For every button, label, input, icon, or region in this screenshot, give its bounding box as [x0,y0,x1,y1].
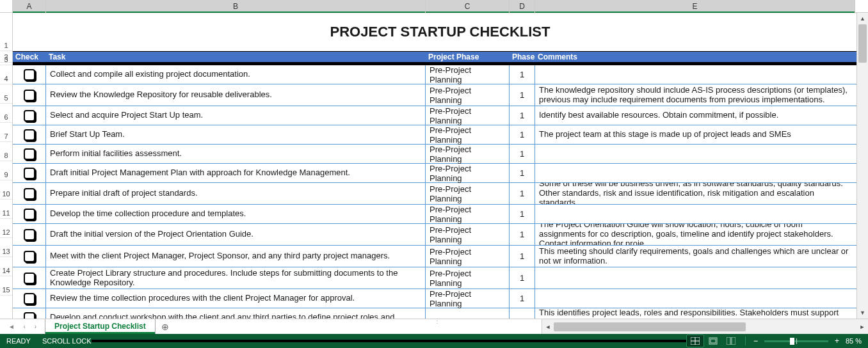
row-number[interactable]: 9 [0,161,12,180]
scroll-up-icon[interactable]: ▲ [857,13,868,24]
task-cell[interactable]: Create Project Library structure and pro… [46,267,426,289]
row-number[interactable]: 7 [0,123,12,142]
check-cell[interactable] [13,65,46,84]
checkbox-icon[interactable] [24,69,35,81]
view-page-layout-button[interactable] [705,335,721,347]
phasenum-cell[interactable]: 1 [510,267,535,289]
checkbox-icon[interactable] [24,229,35,241]
comment-cell[interactable] [535,164,855,182]
checkbox-icon[interactable] [24,293,35,304]
zoom-slider-knob[interactable] [790,338,794,345]
check-cell[interactable] [13,183,46,204]
task-cell[interactable]: Collect and compile all existing project… [46,65,426,84]
phase-cell[interactable]: Pre-Project Planning [426,267,510,289]
tab-first-icon[interactable]: ◄ [8,323,15,330]
grid[interactable]: PROJECT STARTUP CHECKLIST Check Task Pro… [13,13,868,319]
phase-cell[interactable]: Pre-Project Planning [426,246,510,267]
phase-cell[interactable]: Pre-Project Planning [426,205,510,223]
check-cell[interactable] [13,267,46,289]
phasenum-cell[interactable]: 1 [510,145,535,163]
check-cell[interactable] [13,224,46,245]
checkbox-icon[interactable] [24,251,35,262]
row-number[interactable]: 4 [0,65,12,84]
task-cell[interactable]: Brief Start Up Team. [46,125,426,144]
comment-cell[interactable]: The knowledge repository should include … [535,84,855,106]
vertical-scrollbar[interactable]: ▲ ▼ [856,13,868,319]
phase-cell[interactable]: Pre-Project Planning [426,289,510,308]
checkbox-icon[interactable] [24,148,35,160]
check-cell[interactable] [13,246,46,267]
phasenum-cell[interactable]: 1 [510,65,535,84]
row-number[interactable]: 6 [0,104,12,123]
task-cell[interactable]: Prepare initial draft of project standar… [46,183,426,204]
zoom-out-button[interactable]: − [751,336,760,345]
horizontal-scrollbar[interactable]: ◄ ► [542,319,868,334]
checkbox-icon[interactable] [24,168,35,179]
check-cell[interactable] [13,125,46,144]
col-header-d[interactable]: D [510,0,535,12]
row-number[interactable]: 11 [0,200,12,219]
zoom-level[interactable]: 85 % [846,337,862,345]
scroll-down-icon[interactable]: ▼ [857,307,868,319]
check-cell[interactable] [13,145,46,163]
checkbox-icon[interactable] [24,209,35,220]
task-cell[interactable]: Review the time collection procedures wi… [46,289,426,308]
row-number[interactable]: 5 [0,84,12,104]
phasenum-cell[interactable]: 1 [510,246,535,267]
view-page-break-button[interactable] [723,335,739,347]
phasenum-cell[interactable]: 1 [510,289,535,308]
select-all-corner[interactable] [0,0,13,12]
check-cell[interactable] [13,164,46,182]
comment-cell[interactable]: Identify best available resources. Obtai… [535,106,855,125]
phasenum-cell[interactable]: 1 [510,224,535,245]
phase-cell[interactable]: Pre-Project Planning [426,145,510,163]
check-cell[interactable] [13,308,46,319]
checkbox-icon[interactable] [24,90,35,101]
row-number[interactable]: 15 [0,276,12,296]
phase-cell[interactable]: Pre-Project Planning [426,106,510,125]
phasenum-cell[interactable]: 1 [510,125,535,144]
phase-cell[interactable]: Pre-Project Planning [426,164,510,182]
phasenum-cell[interactable]: 1 [510,106,535,125]
comment-cell[interactable]: The project team at this stage is made u… [535,125,855,144]
tab-splitter-icon[interactable]: ⋮ [434,317,441,324]
phasenum-cell[interactable] [510,308,535,319]
phase-cell[interactable]: Pre-Project Planning [426,65,510,84]
col-header-e[interactable]: E [535,0,855,12]
task-cell[interactable]: Meet with the client Project Manager, Pr… [46,246,426,267]
task-cell[interactable]: Perform initial facilities assessment. [46,145,426,163]
phasenum-cell[interactable]: 1 [510,164,535,182]
row-number[interactable]: 13 [0,238,12,257]
phasenum-cell[interactable]: 1 [510,84,535,106]
row-number[interactable]: 12 [0,219,12,238]
phase-cell[interactable]: Pre-Project Planning [426,84,510,106]
checkbox-icon[interactable] [24,129,35,141]
row-number[interactable]: 10 [0,180,12,200]
phasenum-cell[interactable]: 1 [510,183,535,204]
hscroll-thumb[interactable] [554,322,746,331]
row-number[interactable]: 14 [0,257,12,276]
task-cell[interactable]: Draft the initial version of the Project… [46,224,426,245]
task-cell[interactable]: Review the Knowledge Repository for reus… [46,84,426,106]
check-cell[interactable] [13,106,46,125]
sheet-tab-active[interactable]: Project Startup Checklist [45,319,156,334]
comment-cell[interactable]: Some of these will be business driven, a… [535,183,855,204]
zoom-in-button[interactable]: + [832,336,842,345]
comment-cell[interactable] [535,205,855,223]
phase-cell[interactable]: Pre-Project Planning [426,224,510,245]
new-sheet-button[interactable]: ⊕ [156,319,175,334]
row-number[interactable]: 1 [0,13,12,51]
check-cell[interactable] [13,205,46,223]
comment-cell[interactable] [535,65,855,84]
checkbox-icon[interactable] [24,110,35,122]
comment-cell[interactable]: This identifies project leads, roles and… [535,308,855,319]
hscroll-right-icon[interactable]: ► [856,324,868,330]
col-header-b[interactable]: B [46,0,426,12]
comment-cell[interactable] [535,267,855,289]
task-cell[interactable]: Develop the time collection procedure an… [46,205,426,223]
title-cell[interactable]: PROJECT STARTUP CHECKLIST [13,13,868,51]
col-header-c[interactable]: C [426,0,510,12]
checkbox-icon[interactable] [24,188,35,200]
view-normal-button[interactable] [687,335,703,347]
comment-cell[interactable] [535,145,855,163]
